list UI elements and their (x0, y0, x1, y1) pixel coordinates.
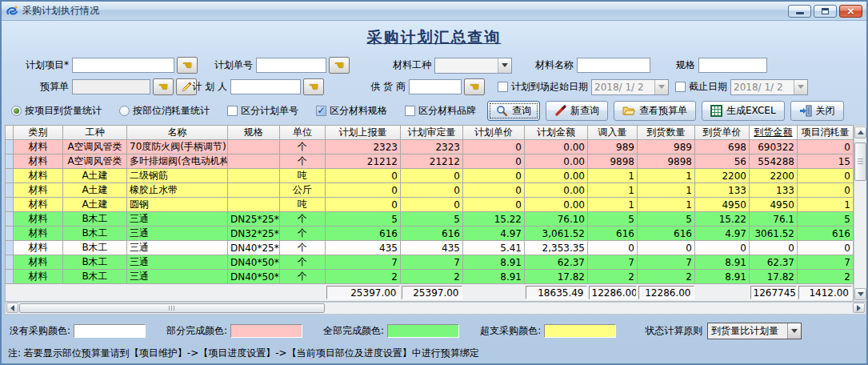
row-indicator[interactable] (6, 198, 14, 212)
checkbox-distinguish-spec[interactable] (316, 106, 326, 116)
cell: 2 (638, 270, 695, 284)
scroll-down-button[interactable] (854, 288, 866, 300)
column-header[interactable]: 到货单价 (695, 126, 750, 140)
generate-excel-button[interactable]: 生成EXCEL (702, 101, 785, 121)
table-row[interactable]: 材料B木工三通DN25*25*25个5515.2276.105515.2276.… (6, 212, 854, 227)
material-type-label: 材料工种 (385, 58, 431, 72)
close-form-button[interactable]: 关闭 (790, 101, 844, 121)
column-header[interactable]: 规格 (228, 126, 280, 140)
table-row[interactable]: 材料A空调风管类70度防火阀(手柄调节)个2323232300.00989989… (6, 140, 854, 154)
column-header[interactable]: 到货数量 (638, 126, 695, 140)
table-row[interactable]: 材料B木工三通DN40*25*32个4354355.412,353.350000… (6, 241, 854, 255)
table-row[interactable]: 材料B木工三通DN32*25*25个6166164.973,061.526166… (6, 227, 854, 241)
budget-picker-button[interactable] (153, 78, 174, 95)
cell: 8.91 (463, 255, 525, 270)
principle-select[interactable]: 到货量比计划量 (707, 323, 802, 339)
cell: 4.97 (463, 227, 525, 241)
arrival-end-checkbox[interactable] (675, 82, 686, 92)
options-row: 按项目到货量统计 按部位消耗量统计 区分计划单号 区分材料规格 区分材料品牌 查… (2, 98, 866, 123)
vertical-scrollbar[interactable] (854, 125, 867, 302)
view-budget-button[interactable]: 查看预算单 (614, 101, 696, 121)
table-row[interactable]: 材料B木工三通DN40*50*32个228.9117.82228.9117.82… (6, 270, 854, 284)
column-header[interactable]: 计划审定量 (401, 126, 463, 140)
close-button[interactable]: × (839, 5, 862, 18)
cell: 2,353.35 (525, 241, 588, 255)
cell: 21212 (326, 154, 401, 169)
column-header[interactable]: 名称 (127, 126, 228, 140)
dropdown-arrow-button[interactable] (654, 80, 668, 94)
plan-no-input[interactable] (256, 58, 326, 73)
dropdown-arrow-button[interactable] (498, 58, 511, 73)
total-value: 12286.00 (638, 286, 694, 299)
table-row[interactable]: 材料A土建圆钢吨0000.0011495049501 (6, 198, 854, 212)
material-name-input[interactable] (577, 58, 650, 73)
column-header[interactable]: 项目消耗量 (798, 126, 854, 140)
budget-input[interactable] (72, 79, 150, 94)
horizontal-scroll-thumb[interactable] (19, 303, 325, 313)
minimize-button[interactable] (788, 5, 811, 18)
cell: 989 (638, 140, 695, 154)
plan-project-input[interactable] (72, 58, 174, 73)
dropdown-arrow-button[interactable] (787, 323, 801, 339)
vertical-scroll-thumb[interactable] (854, 142, 866, 181)
cell: 616 (326, 227, 401, 241)
column-header[interactable]: 计划上报量 (326, 126, 401, 140)
cell: 个 (280, 227, 326, 241)
scroll-left-button[interactable] (6, 303, 18, 313)
cell: 1 (588, 198, 638, 212)
arrival-end-date-select[interactable]: 2018/ 1/ 2 (730, 79, 808, 95)
table-row[interactable]: 材料A空调风管类多叶排烟阀(含电动机构个212122121200.0098989… (6, 154, 854, 169)
row-indicator[interactable] (6, 227, 14, 241)
planner-input[interactable] (230, 79, 301, 94)
radio-label: 按部位消耗量统计 (133, 104, 210, 118)
horizontal-scrollbar[interactable] (5, 302, 866, 315)
scroll-right-button[interactable] (853, 303, 865, 313)
filter-row-1: 计划项目* 计划单号 材料工种 材料名称 规格 (2, 54, 866, 76)
supplier-picker-button[interactable] (464, 78, 485, 95)
query-button[interactable]: 查询 (487, 101, 540, 121)
radio-by-project-arrival[interactable] (11, 106, 22, 116)
cell: 616 (401, 227, 463, 241)
row-indicator[interactable] (6, 169, 14, 183)
table-row[interactable]: 材料B木工三通DN40*50*25个778.9162.37778.9162.37… (6, 255, 854, 270)
checkbox-distinguish-plan-no[interactable] (227, 106, 238, 116)
cell: 0 (798, 140, 854, 154)
checkbox-distinguish-brand[interactable] (405, 106, 415, 116)
column-header[interactable]: 到货金额 (750, 126, 798, 140)
totals-indicator (6, 284, 14, 301)
budget-label: 预算单 (11, 80, 69, 94)
row-indicator[interactable] (6, 270, 14, 284)
column-header[interactable]: 调入量 (588, 126, 638, 140)
planner-picker-button[interactable] (303, 78, 324, 95)
column-header[interactable]: 计划单价 (463, 126, 525, 140)
legend-over-swatch (544, 324, 616, 338)
row-indicator[interactable] (6, 140, 14, 154)
column-header[interactable]: 工种 (63, 126, 127, 140)
row-indicator[interactable] (6, 241, 14, 255)
scroll-up-button[interactable] (854, 126, 866, 138)
cell: 0 (463, 140, 525, 154)
row-indicator[interactable] (6, 154, 14, 169)
row-indicator[interactable] (6, 183, 14, 198)
table-row[interactable]: 材料A土建二级钢筋吨0000.0011220022000 (6, 169, 854, 183)
row-indicator[interactable] (6, 255, 14, 270)
arrival-start-date-select[interactable]: 2018/ 1/ 2 (591, 79, 669, 95)
arrival-start-checkbox[interactable] (498, 82, 508, 92)
column-header[interactable]: 计划金额 (525, 126, 588, 140)
radio-by-part-consumption[interactable] (119, 106, 130, 116)
cell: 材料 (14, 212, 63, 227)
plan-no-picker-button[interactable] (329, 57, 350, 74)
column-header[interactable]: 单位 (280, 126, 326, 140)
column-header[interactable]: 类别 (14, 126, 63, 140)
plan-project-picker-button[interactable] (177, 57, 198, 74)
supplier-input[interactable] (409, 79, 462, 94)
titlebar[interactable]: 采购计划执行情况 × (2, 2, 866, 21)
spec-input[interactable] (698, 58, 767, 73)
row-indicator[interactable] (6, 212, 14, 227)
material-type-select[interactable] (434, 58, 512, 74)
dropdown-arrow-button[interactable] (794, 80, 807, 94)
cell: 材料 (14, 270, 63, 284)
new-query-button[interactable]: 新查询 (546, 101, 608, 121)
table-row[interactable]: 材料A土建橡胶止水带公斤0000.00111331330 (6, 183, 854, 198)
maximize-button[interactable] (814, 5, 837, 18)
